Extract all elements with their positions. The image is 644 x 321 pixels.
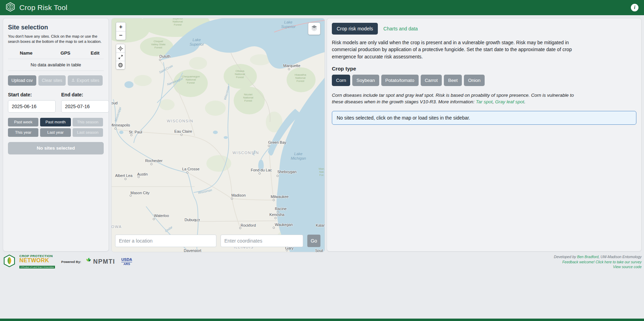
layers-icon [311,25,318,33]
credit-line-1: Developed by Ben Bradford, UW-Madison En… [554,254,642,259]
expand-icon[interactable] [116,53,125,61]
panel-tabs: Crop risk models Charts and data [332,23,636,35]
tab-charts-and-data[interactable]: Charts and data [379,23,422,35]
crop-type-label: Crop type [332,66,636,72]
npmti-label: NPMTI [93,258,115,265]
no-sites-alert: No sites selected, click on the map or l… [332,111,636,125]
map-tools-control [116,44,125,69]
no-sites-selected-button[interactable]: No sites selected [8,142,104,154]
preset-buttons: Past weekPast monthThis seasonThis yearL… [8,118,104,137]
layers-control[interactable] [308,22,320,35]
globe-icon[interactable] [116,61,125,69]
zoom-in-button[interactable]: + [116,22,125,31]
bottom-green-bar [0,319,644,321]
crop-beet[interactable]: Beet [444,75,462,86]
location-search-input[interactable] [115,235,216,247]
crop-potato-tomato[interactable]: Potato/tomato [381,75,419,86]
view-source-link[interactable]: View source code [613,265,642,269]
map[interactable]: DuluthMarquetteMinneapolisSt. PaulEau Cl… [111,18,325,252]
sites-col-edit: Edit [86,50,104,56]
site-selection-intro: You don't have any sites. Click on the m… [8,34,104,44]
sites-col-name: Name [8,50,44,56]
preset-past-week[interactable]: Past week [8,118,38,126]
feedback-survey-link[interactable]: Feedback welcome! Click here to take our… [562,260,642,264]
sites-col-gps: GPS [44,50,86,56]
preset-this-year[interactable]: This year [8,128,38,137]
preset-last-season[interactable]: Last season [73,128,103,137]
crop-buttons: CornSoybeanPotato/tomatoCarrotBeetOnion [332,75,636,86]
navbar-brand[interactable]: Crop Risk Tool [6,2,67,13]
coordinates-input[interactable] [221,235,303,247]
preset-past-month[interactable]: Past month [40,118,71,126]
navbar: Crop Risk Tool i [0,0,644,15]
cpn-line2: NETWORK [19,258,55,263]
credit-text: Developed by [554,255,577,259]
page-footer: CROP PROTECTION NETWORK A Product of Lan… [3,254,642,270]
disease-link[interactable]: Gray leaf spot [495,99,524,104]
end-date-label: End date: [61,92,109,97]
cpn-tagline: A Product of Land Grant Universities [19,266,55,268]
zoom-out-button[interactable]: − [116,31,125,40]
start-date-label: Start date: [8,92,56,97]
developer-link[interactable]: Ben Bradford [577,255,598,259]
site-actions: Upload csv Clear sites Export sites [8,75,104,86]
info-icon[interactable]: i [631,4,638,11]
disease-note: Corn diseases include tar spot and gray … [332,92,584,105]
disease-link[interactable]: Tar spot [476,99,492,104]
sites-table-header: Name GPS Edit [8,48,104,59]
npmti-logo: NPMTI [85,257,115,266]
disease-text: Corn diseases include tar spot and gray … [332,93,574,105]
end-date-input[interactable] [61,100,109,113]
site-selection-panel: Site selection You don't have any sites.… [3,18,109,252]
site-selection-heading: Site selection [8,24,104,31]
crop-onion[interactable]: Onion [464,75,485,86]
start-date-input[interactable] [8,100,56,113]
locate-icon[interactable] [116,44,125,53]
powered-by-label: Powered By: [61,260,81,264]
crop-carrot[interactable]: Carrot [421,75,442,86]
map-search-bar: Go [115,235,320,247]
usda-label: USDA [121,257,132,262]
footer-logos: CROP PROTECTION NETWORK A Product of Lan… [3,254,132,269]
npmti-leaf-icon [85,257,92,266]
ars-label: ARS [121,262,132,266]
page-title: Crop Risk Tool [19,3,67,12]
disease-text: . [524,99,525,104]
app-root: Crop Risk Tool i Site selection You don'… [0,0,644,321]
export-sites-button[interactable]: Export sites [68,75,103,86]
usda-ars-logo: USDA ARS [121,257,132,266]
upload-csv-button[interactable]: Upload csv [8,75,36,86]
cpn-footer-logo-icon [3,254,16,269]
risk-panel: Crop risk models Charts and data Risk mo… [327,18,642,252]
sites-table-empty: No data available in table [8,59,104,71]
credit-text: , UW-Madison Entomology [598,255,642,259]
risk-intro-text: Risk models are only valid when the crop… [332,39,584,60]
export-sites-label: Export sites [77,78,99,83]
date-range: Start date: End date: [8,92,104,113]
zoom-control: + − [116,22,126,40]
map-svg [112,18,325,252]
go-button[interactable]: Go [307,235,320,247]
clear-sites-button[interactable]: Clear sites [38,75,66,86]
cpn-logo-text: CROP PROTECTION NETWORK A Product of Lan… [19,254,55,269]
crop-corn[interactable]: Corn [332,75,350,86]
footer-credits: Developed by Ben Bradford, UW-Madison En… [554,254,642,270]
crop-soybean[interactable]: Soybean [352,75,379,86]
tab-crop-risk-models[interactable]: Crop risk models [332,23,378,35]
preset-last-year[interactable]: Last year [40,128,71,137]
preset-this-season[interactable]: This season [73,118,103,126]
download-icon [71,78,75,83]
cpn-logo-icon [6,2,15,13]
